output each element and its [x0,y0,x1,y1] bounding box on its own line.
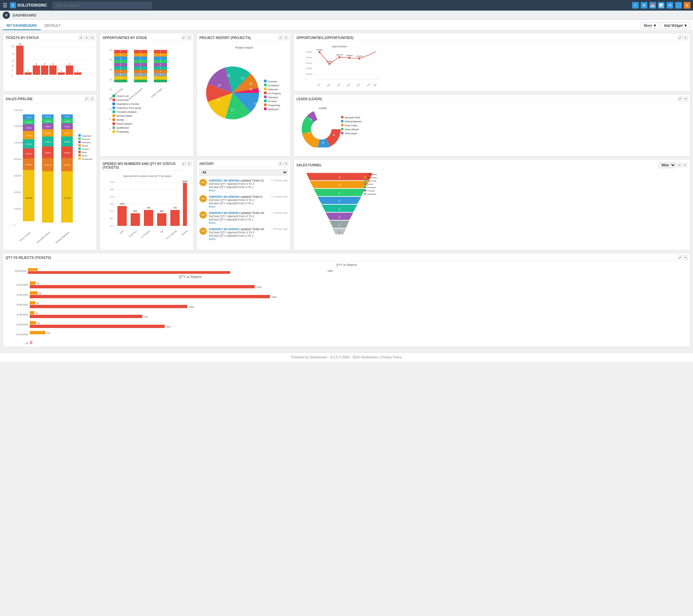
user-avatar[interactable]: A [684,2,690,8]
close-icon[interactable]: × [187,161,192,166]
zoom-icon[interactable]: ⤢ [678,97,682,101]
zoom-icon[interactable]: ⤢ [181,35,186,40]
history-more-link[interactable]: More [209,205,216,208]
svg-text:302179: 302179 [45,164,52,166]
history-filter-select[interactable]: All Today This Week This Month [199,169,288,176]
svg-rect-147 [264,107,266,110]
svg-rect-114 [113,115,115,117]
svg-text:Perception: Perception [353,83,360,86]
widget-controls: ⤢ × [678,97,688,101]
settings-icon[interactable]: ⚙ [641,2,647,8]
svg-rect-297 [170,210,180,226]
email-icon[interactable]: ✉ [667,2,673,8]
widget-controls: ⤢ × [84,97,95,101]
funnel-filter-select[interactable]: Mine All [659,162,676,168]
chevron-down-icon: ▼ [684,23,687,27]
svg-text:15: 15 [12,60,14,62]
svg-text:Andrzej Majewski: Andrzej Majewski [345,120,361,123]
svg-rect-120 [113,126,115,129]
svg-text:986: 986 [110,218,114,220]
close-icon[interactable]: × [284,35,289,40]
svg-text:3000: 3000 [182,180,187,183]
wo-svg: Opened WO numbers and QTY by status 3450… [102,173,192,239]
close-icon[interactable]: × [90,35,95,40]
zoom-icon[interactable]: ⤢ [677,163,682,167]
svg-text:Alexander Reed: Alexander Reed [36,231,50,244]
svg-text:3: 3 [160,63,161,66]
avatar: AM [199,211,207,219]
svg-text:16: 16 [109,78,112,81]
hamburger-icon[interactable]: ☰ [3,2,7,8]
pipeline-svg: 1400000 1200000 1000000 800000 600000 40… [6,104,97,247]
top-navigation: ☰ S SOLUTIONSINC f ⚙ 📅 📊 ✉ ⛶ A [0,0,693,11]
svg-rect-16 [33,65,40,75]
close-icon[interactable]: × [284,161,289,166]
svg-rect-268 [341,124,343,126]
svg-rect-351 [30,305,187,308]
chart-icon[interactable]: 📊 [658,2,665,8]
svg-rect-92 [154,80,167,82]
avatar: AM [199,195,207,202]
svg-text:Perception: Perception [82,142,91,144]
svg-text:1200000: 1200000 [14,125,23,127]
close-icon[interactable]: × [684,255,688,260]
settings-icon[interactable]: × [84,35,89,40]
svg-rect-54 [114,80,127,82]
svg-rect-293 [144,210,153,226]
close-icon[interactable]: × [684,35,688,40]
svg-text:Closed Won: Closed Won [322,83,331,86]
svg-text:50: 50 [37,282,39,285]
close-icon[interactable]: × [683,163,687,167]
zoom-icon[interactable]: ⤢ [278,161,283,166]
svg-text:14-08-2024: 14-08-2024 [16,294,28,296]
widget-controls: ⤢ × [278,35,289,40]
add-widget-button[interactable]: Add Widget ▼ [661,22,690,29]
svg-text:Negotiation or Review: Negotiation or Review [116,103,139,105]
svg-text:14-08-2024: 14-08-2024 [16,323,28,326]
svg-text:400000: 400000 [306,57,313,59]
history-content: ANDRZEJ MAJEWSKI updated Ticket 9 2nd te… [209,195,269,208]
close-icon[interactable]: × [684,97,688,101]
svg-rect-18 [41,65,48,75]
history-more-link[interactable]: More [209,238,216,241]
svg-text:1500: 1500 [256,286,262,288]
more-button[interactable]: More ▼ [641,22,659,29]
svg-text:169739: 169739 [25,197,33,199]
svg-text:1: 1 [120,77,121,79]
expand-icon[interactable]: ⛶ [675,2,682,8]
svg-text:2: 2 [140,57,141,59]
history-more-link[interactable]: More [209,189,216,192]
qty-date: 14-08-2024 [8,270,26,272]
leads-title: LEADS (LEADS) [296,97,687,103]
tab-default[interactable]: DEFAULT [41,21,65,30]
history-name: ANDRZEJ MAJEWSKI updated Ticket 46 [209,211,269,214]
facebook-icon[interactable]: f [632,2,639,8]
calendar-icon[interactable]: 📅 [649,2,656,8]
svg-text:Ongoing 1: Ongoing 1 [128,229,137,238]
history-more-link[interactable]: More [209,221,216,225]
tab-my-dashboard[interactable]: MY DASHBOARD [3,21,41,30]
widget-controls: ⤢ × [181,161,192,166]
zoom-icon[interactable]: ⤢ [79,35,83,40]
zoom-icon[interactable]: ⤢ [278,35,283,40]
svg-text:199938: 199938 [64,141,71,143]
opportunities-widget: OPPORTUNITIES (OPPORTUNITIES) ⤢ × Opport… [293,33,690,91]
svg-text:66: 66 [39,292,41,294]
close-icon[interactable]: × [90,97,95,101]
svg-point-164 [338,56,340,58]
svg-text:750: 750 [144,316,148,318]
close-icon[interactable]: × [187,35,192,40]
svg-text:4: 4 [36,63,37,65]
svg-text:1600: 1600 [272,296,277,298]
zoom-icon[interactable]: ⤢ [181,161,186,166]
svg-text:750: 750 [146,207,151,209]
dashboard-icon: ⊞ [3,12,10,19]
zoom-icon[interactable]: ⤢ [678,35,682,40]
svg-text:QA: QA [60,79,63,80]
footer-text: Powered by Solutionsinc - 8.2.0 © 2004 -… [291,355,401,359]
search-input[interactable] [53,2,152,9]
zoom-icon[interactable]: ⤢ [84,97,89,101]
zoom-icon[interactable]: ⤢ [678,255,682,260]
svg-text:FAM: FAM [119,229,124,234]
svg-point-259 [311,119,331,139]
